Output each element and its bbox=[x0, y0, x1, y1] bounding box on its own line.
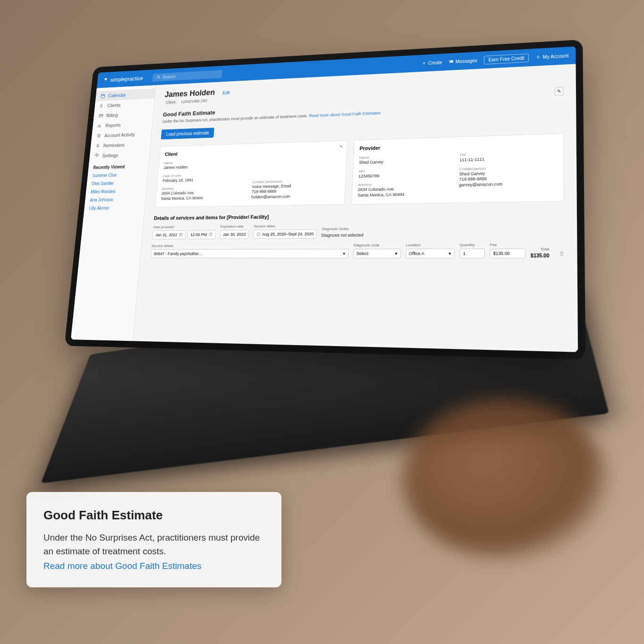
gear-icon bbox=[94, 153, 99, 159]
overlay-link[interactable]: Read more about Good Faith Estimates bbox=[43, 561, 202, 571]
client-badge: Client bbox=[164, 100, 178, 105]
search-placeholder: Search bbox=[162, 74, 176, 79]
location-select[interactable]: Office A▾ bbox=[406, 248, 455, 258]
gear-icon bbox=[536, 55, 541, 59]
hand-blur bbox=[403, 398, 606, 559]
delete-row-button[interactable] bbox=[559, 249, 564, 258]
field-label: Fee bbox=[490, 242, 525, 247]
svg-point-4 bbox=[101, 104, 102, 106]
field-label: Service details bbox=[152, 243, 349, 248]
client-contact: Voice message, Email 718-888-8888 holden… bbox=[251, 183, 340, 200]
recent-item[interactable]: Lilly Alonso bbox=[84, 203, 145, 212]
field-label: Diagnosis code bbox=[354, 243, 401, 247]
info-overlay-card: Good Faith Estimate Under the No Surpris… bbox=[26, 492, 281, 587]
edit-link[interactable]: Edit bbox=[222, 90, 230, 95]
people-icon bbox=[99, 103, 104, 109]
svg-rect-1 bbox=[449, 60, 453, 63]
service-dates-input[interactable]: Aug 25, 2020–Sept 24, 2020 bbox=[253, 229, 317, 238]
patient-name: James Holden bbox=[164, 88, 215, 99]
field-label: Service dates bbox=[254, 223, 317, 228]
messages-button[interactable]: Messages bbox=[449, 58, 477, 65]
field-label: Total bbox=[541, 247, 550, 252]
svg-point-6 bbox=[96, 155, 98, 157]
search-icon bbox=[157, 75, 161, 79]
card-icon bbox=[98, 113, 103, 119]
quantity-input[interactable]: 1 bbox=[459, 248, 484, 258]
app-screen: simplepractice Search Create Messages Ea… bbox=[71, 46, 578, 352]
provider-contact: Shed Garvey 718-888-8888 garvey@amazon.c… bbox=[459, 169, 558, 188]
butterfly-icon bbox=[102, 77, 109, 83]
service-details-title: Details of services and items for [Provi… bbox=[154, 210, 565, 220]
trash-icon bbox=[559, 251, 564, 256]
brand-text: simplepractice bbox=[110, 75, 144, 83]
list-icon bbox=[96, 133, 102, 138]
plus-icon bbox=[422, 61, 426, 66]
my-account-button[interactable]: My Account bbox=[536, 53, 569, 59]
provider-panel-title: Provider bbox=[359, 140, 557, 151]
chat-icon bbox=[449, 59, 454, 64]
diagnosis-code-select[interactable]: Select▾ bbox=[353, 249, 401, 258]
calendar-icon bbox=[179, 233, 183, 237]
svg-rect-3 bbox=[101, 94, 105, 98]
main-content: James Holden Edit Client 12/03/1988 (35)… bbox=[133, 64, 578, 352]
chevron-down-icon: ▾ bbox=[343, 251, 345, 256]
line-total: $135.00 bbox=[531, 253, 550, 258]
svg-point-0 bbox=[157, 76, 160, 78]
gfe-learn-link[interactable]: Read more about Good Faith Estimates bbox=[309, 110, 381, 118]
recent-item[interactable]: Ana Johnson bbox=[85, 195, 145, 204]
diagnosis-codes-value: Diagnosis not selected bbox=[321, 233, 364, 238]
field-label: Location bbox=[406, 243, 455, 247]
load-previous-button[interactable]: Load previous estimate bbox=[161, 127, 215, 139]
chevron-down-icon: ▾ bbox=[395, 251, 398, 256]
create-button[interactable]: Create bbox=[422, 59, 442, 66]
clock-icon bbox=[209, 232, 213, 237]
date-provided-input[interactable]: Jan 31, 2022 bbox=[152, 230, 186, 239]
service-details-select[interactable]: 90847 - Family psychother…▾ bbox=[151, 249, 349, 258]
field-label: Date provided bbox=[153, 224, 216, 229]
patient-dob: 12/03/1988 (35) bbox=[181, 99, 207, 104]
svg-rect-5 bbox=[99, 114, 103, 117]
svg-point-2 bbox=[538, 57, 539, 58]
field-label: Expiration date bbox=[220, 224, 250, 229]
chart-icon bbox=[97, 123, 102, 128]
overlay-title: Good Faith Estimate bbox=[43, 508, 264, 523]
client-address: 2834 Colorado Ave. Santa Monica, CA 9040… bbox=[161, 190, 245, 202]
expiration-input[interactable]: Jan 30, 2023 bbox=[220, 229, 249, 239]
recently-viewed-label: Recently Viewed bbox=[88, 160, 149, 172]
svg-rect-7 bbox=[179, 234, 182, 236]
client-panel-title: Client bbox=[165, 146, 341, 157]
edit-client-button[interactable]: ✎ bbox=[339, 144, 343, 149]
svg-rect-9 bbox=[257, 233, 260, 236]
brand-logo[interactable]: simplepractice bbox=[102, 75, 143, 84]
earn-credit-button[interactable]: Earn Free Credit bbox=[484, 53, 529, 64]
overlay-body: Under the No Surprises Act, practitioner… bbox=[43, 531, 264, 558]
calendar-icon bbox=[256, 232, 260, 237]
search-input[interactable]: Search bbox=[153, 70, 222, 82]
edit-gfe-button[interactable]: ✎ bbox=[555, 87, 564, 96]
calendar-icon bbox=[100, 93, 105, 99]
field-label: Quantity bbox=[460, 243, 485, 247]
client-panel: ✎ Client Name James Holden Date of birth… bbox=[155, 140, 347, 207]
chevron-down-icon: ▾ bbox=[449, 251, 451, 255]
provider-address: 2834 Colorado Ave. Santa Monica, CA 9040… bbox=[357, 186, 451, 198]
laptop-frame: simplepractice Search Create Messages Ea… bbox=[71, 46, 578, 352]
bell-icon bbox=[95, 143, 101, 148]
provider-panel: Provider Name Shed Garvey NPI 123456789 … bbox=[351, 133, 564, 204]
time-provided-input[interactable]: 12:00 PM bbox=[187, 230, 216, 239]
field-label: Diagnosis codes bbox=[322, 227, 364, 231]
fee-input[interactable]: $135.00 bbox=[490, 248, 525, 258]
